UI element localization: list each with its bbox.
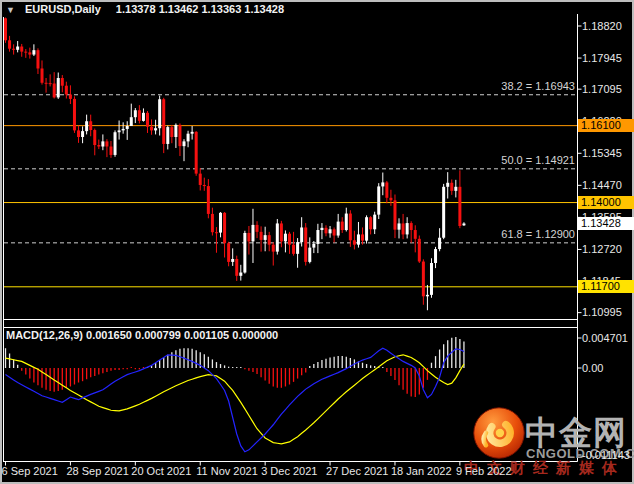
watermark-tagline: 中文财经新媒体 — [464, 459, 625, 478]
trading-chart-window: 中金网 CNGOLD.COM.CN 中文财经新媒体 ▼ EURUSD,Daily… — [0, 0, 634, 484]
cngold-logo-icon — [471, 405, 527, 461]
